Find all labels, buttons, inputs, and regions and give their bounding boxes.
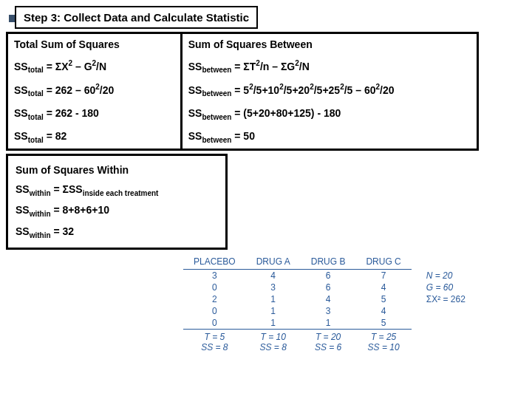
total-formula: SStotal = ΣX2 – G2/N: [7, 55, 182, 78]
col-drugb: DRUG B: [301, 254, 356, 270]
total-result: SStotal = 82: [7, 126, 182, 149]
within-header: Sum of Squares Within: [14, 160, 219, 180]
total-substituted: SStotal = 262 – 602/20: [7, 78, 182, 102]
within-box: Sum of Squares Within SSwithin = ΣSSinsi…: [6, 154, 228, 250]
col-druga: DRUG A: [246, 254, 301, 270]
total-header: Total Sum of Squares: [7, 33, 182, 55]
between-header: Sum of Squares Between: [181, 33, 477, 55]
between-formula: SSbetween = ΣT2/n – ΣG2/N: [181, 55, 477, 78]
step-title: Step 3: Collect Data and Calculate Stati…: [15, 6, 258, 29]
between-substituted: SSbetween = 52/5+102/5+202/5+252/5 – 602…: [181, 78, 477, 102]
within-formula: SSwithin = ΣSSinside each treatment: [14, 180, 219, 201]
raw-data-table: PLACEBO DRUG A DRUG B DRUG C 3467N = 20 …: [183, 254, 526, 353]
col-placebo: PLACEBO: [183, 254, 246, 270]
col-drugc: DRUG C: [355, 254, 411, 270]
between-result: SSbetween = 50: [181, 126, 477, 149]
total-simplified: SStotal = 262 - 180: [7, 103, 182, 126]
sum-of-squares-table: Total Sum of Squares Sum of Squares Betw…: [6, 32, 479, 151]
within-result: SSwithin = 32: [14, 222, 219, 243]
between-simplified: SSbetween = (5+20+80+125) - 180: [181, 103, 477, 126]
within-substituted: SSwithin = 8+8+6+10: [14, 200, 219, 222]
